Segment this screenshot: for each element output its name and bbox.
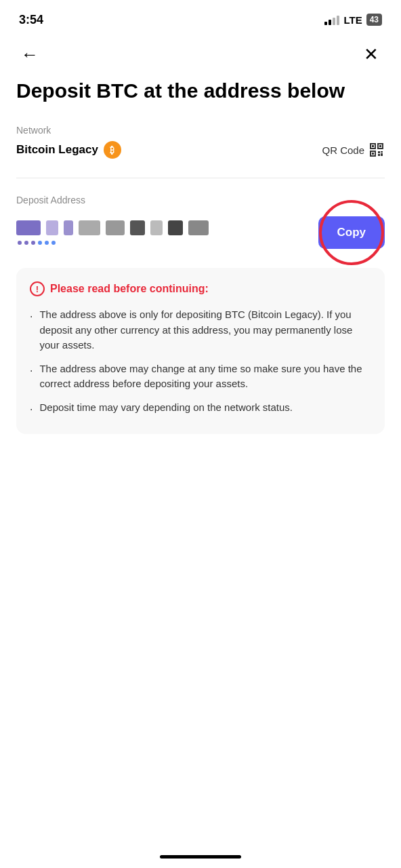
warning-item-1: · The address above is only for depositi… [30,307,371,353]
status-right: LTE 43 [324,14,382,26]
nav-bar: ← ✕ [0,35,401,79]
warning-item-2: · The address above may change at any ti… [30,361,371,392]
warning-text-2: The address above may change at any time… [39,361,371,392]
back-button[interactable]: ← [16,41,43,68]
warning-list: · The address above is only for depositi… [30,307,371,418]
warning-title-text: Please read before continuing: [50,283,209,295]
svg-rect-8 [381,153,383,156]
dot-5 [45,241,49,245]
svg-rect-4 [379,145,381,147]
warning-box: ! Please read before continuing: · The a… [16,268,385,434]
addr-block-9 [188,220,209,235]
bullet-3: · [30,401,33,418]
divider [16,178,385,178]
addr-block-6 [130,220,145,235]
qr-code-button[interactable]: QR Code [322,142,385,158]
warning-item-3: · Deposit time may vary depending on the… [30,400,371,418]
warning-text-1: The address above is only for depositing… [39,307,371,353]
warning-icon: ! [30,281,45,296]
svg-rect-7 [378,151,380,153]
lte-label: LTE [343,14,362,26]
dot-3 [31,241,35,245]
status-time: 3:54 [19,13,43,27]
address-dots [16,241,310,245]
bullet-1: · [30,309,33,353]
deposit-address-label: Deposit Address [16,195,385,205]
svg-rect-5 [372,153,374,155]
addr-block-1 [16,220,41,235]
qr-code-icon [368,142,385,158]
addr-block-7 [150,220,163,235]
addr-block-2 [46,220,58,235]
battery-indicator: 43 [366,14,382,26]
addr-block-8 [168,220,183,235]
dot-6 [51,241,56,245]
address-blocks [16,220,310,235]
qr-code-label: QR Code [322,144,364,156]
network-label: Network [16,125,385,136]
signal-icon [324,14,339,25]
address-display [16,220,310,245]
network-row: Bitcoin Legacy ₿ QR Code [16,141,385,159]
network-name: Bitcoin Legacy ₿ [16,141,121,159]
addr-block-4 [79,220,100,235]
svg-rect-3 [372,145,374,147]
network-name-text: Bitcoin Legacy [16,143,98,157]
svg-rect-9 [378,154,380,156]
svg-rect-10 [381,151,383,153]
addr-block-5 [106,220,125,235]
status-bar: 3:54 LTE 43 [0,0,401,35]
dot-4 [38,241,42,245]
main-content: Deposit BTC at the address below Network… [0,79,401,434]
dot-2 [24,241,28,245]
close-button[interactable]: ✕ [358,41,385,68]
dot-1 [18,241,22,245]
warning-text-3: Deposit time may vary depending on the n… [39,400,293,418]
btc-icon: ₿ [104,141,121,159]
page-title: Deposit BTC at the address below [16,79,385,103]
addr-block-3 [64,220,73,235]
address-row: Copy [16,216,385,249]
home-indicator [160,855,241,859]
warning-title: ! Please read before continuing: [30,281,371,296]
copy-button[interactable]: Copy [318,216,385,249]
bullet-2: · [30,363,33,392]
copy-button-wrapper: Copy [318,216,385,249]
